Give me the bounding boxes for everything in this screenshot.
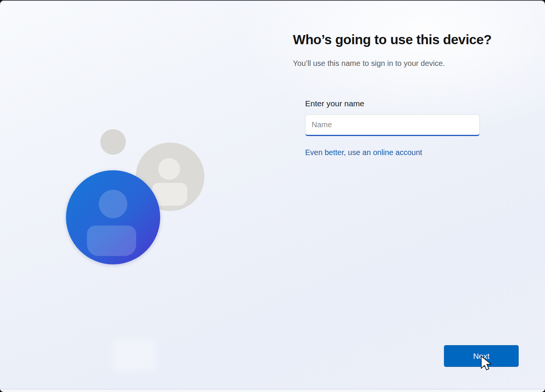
page-title: Who’s going to use this device?: [293, 32, 492, 47]
online-account-link[interactable]: Even better, use an online account: [305, 148, 422, 157]
person-icon: [99, 190, 127, 218]
window-bottom-edge: [0, 389, 545, 392]
oobe-setup-window: Who’s going to use this device? You’ll u…: [0, 0, 545, 392]
next-button[interactable]: Next: [444, 345, 519, 367]
avatar-dot-circle: [100, 129, 126, 155]
person-icon: [158, 158, 180, 180]
name-label: Enter your name: [305, 99, 364, 108]
person-shoulders: [87, 226, 136, 256]
avatar-primary: [66, 170, 160, 264]
background-highlight: [113, 340, 156, 371]
page-subtitle: You’ll use this name to sign in to your …: [293, 59, 445, 68]
name-input[interactable]: [305, 114, 480, 136]
